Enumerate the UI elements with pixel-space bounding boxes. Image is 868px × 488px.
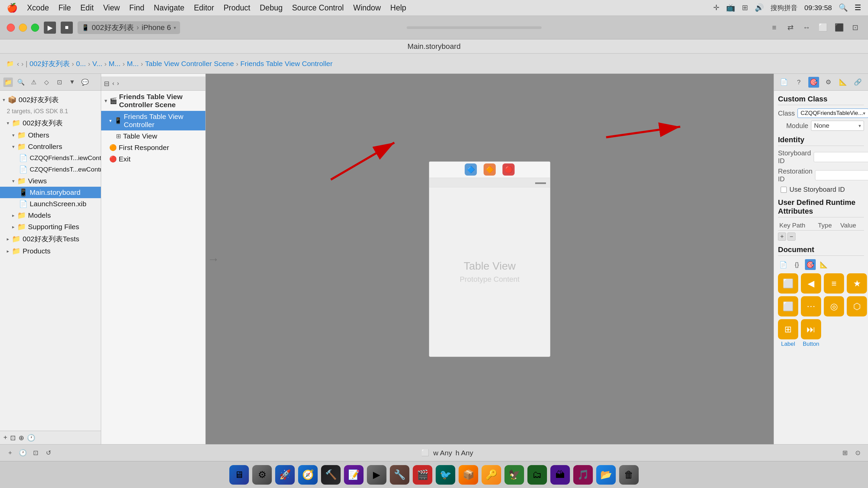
scene-next-icon[interactable]: › [117, 80, 119, 87]
widget-10[interactable]: ⏭ Button [801, 319, 821, 347]
controllers-disclosure[interactable] [12, 144, 15, 149]
widget-7[interactable]: ◎ [824, 296, 844, 316]
nav-controllers-group[interactable]: 📁 Controllers [0, 141, 101, 152]
nav-main-storyboard[interactable]: 📱 Main.storyboard [0, 187, 101, 198]
phone-icon-1[interactable]: 🔷 [465, 163, 477, 176]
menubar-list-icon[interactable]: ☰ [855, 3, 861, 12]
nav-tab-search[interactable]: 🔍 [16, 78, 26, 87]
nav-supporting-files[interactable]: 📁 Supporting Files [0, 221, 101, 233]
views-disclosure[interactable] [12, 178, 15, 184]
nav-czqq-h[interactable]: 📄 CZQQFriendsT...iewController.h [0, 152, 101, 164]
dock-launchpad[interactable]: 🚀 [275, 465, 295, 485]
nav-tab-breakpoints[interactable]: ▼ [67, 78, 77, 87]
breadcrumb-v[interactable]: V... [92, 60, 103, 68]
scene-header[interactable]: 🎬 Friends Table View Controller Scene [101, 91, 205, 111]
dock-trash[interactable]: 🗑 [619, 465, 639, 485]
udr-remove-btn[interactable]: − [787, 233, 795, 241]
nav-tab-debug[interactable]: ⊡ [55, 78, 64, 87]
storyboard-id-input[interactable] [814, 152, 868, 162]
close-button[interactable] [7, 24, 15, 32]
bottom-zoom-icon[interactable]: ⊙ [853, 448, 863, 458]
scene-prev-icon[interactable]: ‹ [112, 80, 114, 87]
breadcrumb-0[interactable]: 0... [76, 60, 86, 68]
scene-ftvc[interactable]: 📱 Friends Table View Controller [101, 111, 205, 130]
navigator-toggle[interactable]: ≡ [768, 22, 780, 34]
menubar-navigate[interactable]: Navigate [154, 3, 184, 12]
size-any-h[interactable]: h Any [456, 449, 473, 457]
nav-tab-warning[interactable]: ⚠ [29, 78, 38, 87]
menubar-edit[interactable]: Edit [80, 3, 94, 12]
nav-tab-test[interactable]: ◇ [42, 78, 51, 87]
dock-onenote[interactable]: 📝 [344, 465, 364, 485]
size-any-w[interactable]: w Any [433, 449, 452, 457]
menubar-find[interactable]: Find [129, 3, 144, 12]
supporting-disclosure[interactable] [12, 224, 15, 230]
maximize-button[interactable] [31, 24, 39, 32]
nav-tests-group[interactable]: 📁 002好友列表Tests [0, 233, 101, 245]
doc-tab-identity[interactable]: 🎯 [805, 259, 816, 270]
phone-icon-3[interactable]: 🔴 [502, 163, 515, 176]
nav-czqq-m[interactable]: 📄 CZQQFriendsT...ewController.m [0, 164, 101, 175]
menubar-audio-icon[interactable]: 🔊 [755, 3, 764, 12]
dock-app7[interactable]: 🗂 [527, 465, 547, 485]
nav-views-group[interactable]: 📁 Views [0, 175, 101, 187]
use-storyboard-id-checkbox[interactable] [781, 187, 787, 193]
breadcrumb-prev-icon[interactable]: ‹ [17, 60, 19, 68]
project-disclosure[interactable] [7, 120, 9, 126]
products-disclosure[interactable] [7, 248, 9, 254]
menubar-search-icon[interactable]: 🔍 [839, 3, 848, 12]
add-bar-btn[interactable]: ⊕ [19, 434, 24, 442]
stop-button[interactable]: ■ [61, 22, 73, 34]
menubar-editor[interactable]: Editor [194, 3, 214, 12]
widget-8[interactable]: ⬡ [847, 296, 867, 316]
dock-finder[interactable]: 🖥 [229, 465, 249, 485]
insp-tab-size[interactable]: 📐 [838, 77, 848, 88]
ftvc-disclosure[interactable] [109, 118, 112, 123]
module-field[interactable]: None ▾ [811, 121, 864, 131]
scene-table-view[interactable]: ⊞ Table View [101, 130, 205, 142]
scene-disclosure[interactable] [105, 98, 107, 103]
menubar-grid-icon[interactable]: ⊞ [742, 3, 748, 12]
menubar-file[interactable]: File [58, 3, 71, 12]
bottom-layout-icon[interactable]: ⬜ [421, 448, 430, 458]
breadcrumb-m1[interactable]: M... [109, 60, 120, 68]
dock-terminal[interactable]: ▶ [367, 465, 386, 485]
nav-root-project[interactable]: 📦 002好友列表 [0, 93, 101, 106]
nav-tab-reports[interactable]: 💬 [80, 78, 90, 87]
jump-bar-icon[interactable]: ⇄ [784, 22, 797, 34]
bottom-refresh-btn[interactable]: ↺ [44, 448, 53, 458]
widget-1[interactable]: ⬜ [778, 273, 798, 294]
restoration-id-input[interactable] [815, 170, 868, 180]
nav-models-group[interactable]: 📁 Models [0, 210, 101, 221]
assistant-icon[interactable]: ↔ [801, 22, 813, 34]
widget-5[interactable]: ⬜ [778, 296, 798, 316]
doc-tab-code[interactable]: {} [791, 259, 802, 270]
dock-app6[interactable]: 🦅 [504, 465, 524, 485]
scheme-selector[interactable]: 📱 002好友列表 › iPhone 6 ▾ [78, 21, 180, 34]
dock-app8[interactable]: 🏔 [550, 465, 570, 485]
widget-2[interactable]: ◀ [801, 273, 821, 294]
nav-project-group[interactable]: 📁 002好友列表 [0, 117, 101, 129]
phone-icon-2[interactable]: 🔶 [484, 163, 496, 176]
doc-tab-file[interactable]: 📄 [778, 259, 789, 270]
dock-xcode[interactable]: 🔨 [321, 465, 341, 485]
dock-app5[interactable]: 🔑 [482, 465, 501, 485]
bottom-file-btn[interactable]: ⊡ [31, 448, 40, 458]
nav-others-group[interactable]: 📁 Others [0, 129, 101, 141]
tests-disclosure[interactable] [7, 236, 9, 242]
menubar-help[interactable]: Help [390, 3, 406, 12]
widget-3[interactable]: ≡ [824, 273, 844, 294]
menubar-window[interactable]: Window [353, 3, 381, 12]
udr-add-btn[interactable]: + [778, 233, 786, 241]
dock-app9[interactable]: 🎵 [573, 465, 593, 485]
minimize-button[interactable] [19, 24, 27, 32]
menubar-display-icon[interactable]: 📺 [726, 3, 735, 12]
canvas-nav-arrow[interactable]: → [207, 252, 220, 266]
bottom-grid-icon[interactable]: ⊞ [840, 448, 850, 458]
dock-app1[interactable]: 🔧 [390, 465, 409, 485]
insp-tab-connections[interactable]: 🔗 [852, 77, 863, 88]
nav-launchscreen[interactable]: 📄 LaunchScreen.xib [0, 198, 101, 210]
dock-app2[interactable]: 🎬 [413, 465, 432, 485]
nav-tab-folder[interactable]: 📁 [3, 78, 13, 87]
bottom-add-btn[interactable]: + [5, 448, 15, 458]
